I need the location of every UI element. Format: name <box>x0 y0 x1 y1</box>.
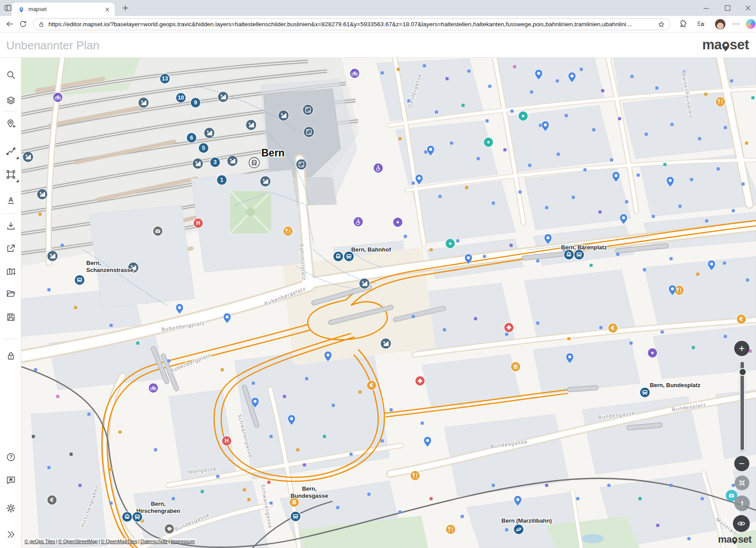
stairs-icon[interactable] <box>204 128 215 138</box>
poi-icon-euro[interactable] <box>367 380 376 390</box>
poi-dot[interactable] <box>424 151 428 154</box>
poi-dot[interactable] <box>671 123 674 126</box>
poi-dot[interactable] <box>136 342 140 345</box>
poi-dot[interactable] <box>172 497 175 500</box>
bus-stop-icon[interactable] <box>344 252 354 262</box>
poi-dot[interactable] <box>724 126 727 129</box>
map-canvas[interactable]: € H <box>21 58 756 548</box>
poi-dot[interactable] <box>88 413 91 416</box>
tram-stop-icon[interactable] <box>333 252 344 262</box>
poi-dot[interactable] <box>557 153 560 156</box>
poi-dot[interactable] <box>690 178 693 181</box>
poi-dot[interactable] <box>679 205 682 208</box>
profile-avatar[interactable] <box>715 19 726 30</box>
poi-dot[interactable] <box>421 422 424 425</box>
poi-dot[interactable] <box>381 440 384 443</box>
poi-dot[interactable] <box>536 260 540 263</box>
poi-dot[interactable] <box>513 65 516 68</box>
poi-dot[interactable] <box>446 77 449 80</box>
feedback-icon[interactable] <box>2 471 20 489</box>
poi-icon-bike[interactable] <box>148 383 158 393</box>
compass-button[interactable] <box>734 496 750 511</box>
poi-icon-cross[interactable] <box>415 376 425 386</box>
poi-dot[interactable] <box>742 183 745 186</box>
copilot-icon[interactable] <box>746 19 756 29</box>
poi-dot[interactable] <box>462 104 465 107</box>
poi-dot[interactable] <box>637 174 640 177</box>
minimize-icon[interactable] <box>701 3 712 13</box>
poi-dot[interactable] <box>505 333 508 336</box>
attribution-link[interactable]: Impressum <box>171 539 195 544</box>
poi-icon-fork[interactable] <box>716 97 725 107</box>
poi-icon-cross[interactable] <box>504 323 514 332</box>
tab-actions-icon[interactable] <box>4 4 12 12</box>
stairs-icon[interactable] <box>23 152 33 162</box>
poi-icon-H[interactable] <box>222 436 232 446</box>
poi-dot[interactable] <box>461 515 464 518</box>
poi-dot[interactable] <box>625 200 628 204</box>
draw-line-tool-icon[interactable] <box>2 142 20 160</box>
poi-dot[interactable] <box>752 96 755 100</box>
poi-dot[interactable] <box>572 196 575 199</box>
attribution-link[interactable]: © geOps Tiles <box>24 539 58 544</box>
poi-dot[interactable] <box>110 324 113 327</box>
stairs-icon[interactable] <box>380 338 391 349</box>
tram-stop-icon[interactable] <box>122 512 132 522</box>
maximize-icon[interactable] <box>722 3 733 13</box>
poi-dot[interactable] <box>656 87 659 90</box>
poi-dot[interactable] <box>723 262 726 265</box>
poi-dot[interactable] <box>730 80 733 83</box>
new-tab-icon[interactable] <box>121 4 130 12</box>
poi-icon-euro[interactable] <box>736 314 746 324</box>
poi-dot[interactable] <box>670 257 673 260</box>
poi-dot[interactable] <box>168 360 171 363</box>
zoom-slider-handle[interactable] <box>739 368 747 376</box>
transform-tool-icon[interactable] <box>2 165 20 183</box>
poi-dot[interactable] <box>477 157 480 160</box>
poi-dot[interactable] <box>110 468 113 471</box>
url-text[interactable]: https://editor.mapset.io/?baselayer=worl… <box>48 21 654 28</box>
poi-dot[interactable] <box>519 191 522 194</box>
poi-dot[interactable] <box>599 211 602 214</box>
text-tool-icon[interactable]: A <box>2 191 20 209</box>
zoom-slider[interactable] <box>740 361 745 451</box>
poi-dot[interactable] <box>717 168 720 171</box>
lock-tool-icon[interactable] <box>2 347 20 364</box>
poi-dot[interactable] <box>580 68 583 71</box>
platform-number[interactable]: 3 <box>210 157 220 168</box>
extensions-icon[interactable] <box>678 20 687 28</box>
poi-icon-fork[interactable] <box>446 524 456 534</box>
poi-dot[interactable] <box>643 268 646 272</box>
open-plan-tool-icon[interactable] <box>2 284 20 302</box>
new-plan-tool-icon[interactable] <box>2 263 20 280</box>
stairs-icon[interactable] <box>37 189 48 200</box>
poi-dot[interactable] <box>350 453 353 456</box>
poi-dot[interactable] <box>465 186 468 189</box>
bus-stop-icon[interactable] <box>132 512 143 522</box>
poi-dot[interactable] <box>303 464 306 467</box>
poi-dot[interactable] <box>221 368 224 372</box>
poi-dot[interactable] <box>505 528 508 532</box>
bus-stop-icon[interactable] <box>574 250 584 260</box>
poi-dot[interactable] <box>79 484 82 487</box>
download-tool-icon[interactable] <box>2 217 20 235</box>
funi-stop-icon[interactable] <box>514 524 524 535</box>
poi-dot[interactable] <box>746 279 749 282</box>
poi-dot[interactable] <box>430 497 433 500</box>
attribution-link[interactable]: © OpenStreetMap <box>58 539 101 544</box>
settings-gear-icon[interactable] <box>2 499 20 517</box>
poi-dot[interactable] <box>692 346 695 349</box>
poi-dot[interactable] <box>412 315 415 318</box>
bus-stop-icon[interactable] <box>75 275 85 285</box>
platform-number[interactable]: 9 <box>191 98 201 108</box>
lock-icon[interactable] <box>38 21 45 28</box>
elevator-icon[interactable] <box>303 104 313 115</box>
poi-dot[interactable] <box>488 85 492 88</box>
poi-dot[interactable] <box>545 484 548 487</box>
visibility-button[interactable] <box>733 515 750 532</box>
layers-tool-icon[interactable] <box>2 91 20 109</box>
poi-dot[interactable] <box>32 435 35 438</box>
favorites-hub-icon[interactable] <box>696 20 705 28</box>
poi-dot[interactable] <box>456 240 460 243</box>
stairs-icon[interactable] <box>227 156 238 166</box>
